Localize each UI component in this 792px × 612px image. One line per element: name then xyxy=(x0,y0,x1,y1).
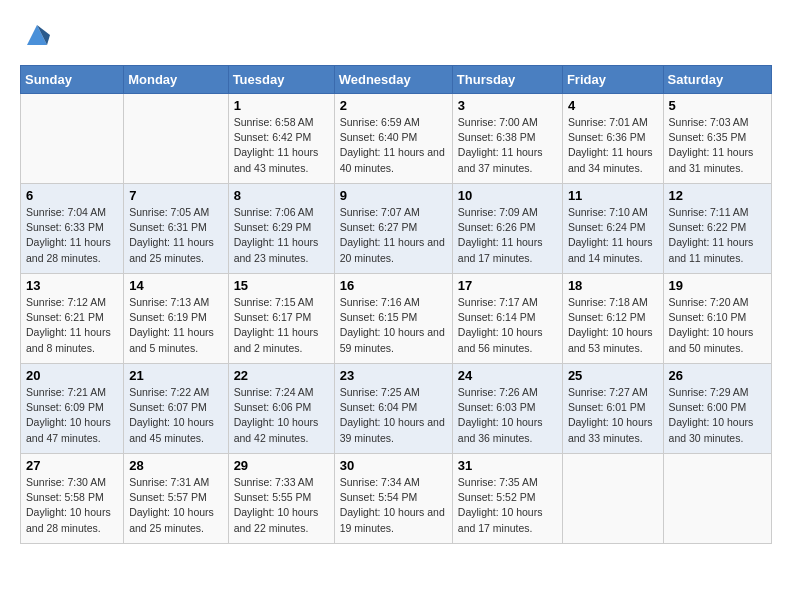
calendar-cell: 9Sunrise: 7:07 AM Sunset: 6:27 PM Daylig… xyxy=(334,184,452,274)
day-number: 16 xyxy=(340,278,447,293)
calendar-cell: 2Sunrise: 6:59 AM Sunset: 6:40 PM Daylig… xyxy=(334,94,452,184)
day-info: Sunrise: 7:33 AM Sunset: 5:55 PM Dayligh… xyxy=(234,475,329,536)
day-info: Sunrise: 7:00 AM Sunset: 6:38 PM Dayligh… xyxy=(458,115,557,176)
page-header xyxy=(20,20,772,55)
day-info: Sunrise: 7:13 AM Sunset: 6:19 PM Dayligh… xyxy=(129,295,222,356)
day-number: 5 xyxy=(669,98,766,113)
day-number: 4 xyxy=(568,98,658,113)
day-number: 20 xyxy=(26,368,118,383)
day-number: 23 xyxy=(340,368,447,383)
column-header-wednesday: Wednesday xyxy=(334,66,452,94)
column-header-saturday: Saturday xyxy=(663,66,771,94)
day-info: Sunrise: 7:05 AM Sunset: 6:31 PM Dayligh… xyxy=(129,205,222,266)
column-header-sunday: Sunday xyxy=(21,66,124,94)
calendar-cell: 16Sunrise: 7:16 AM Sunset: 6:15 PM Dayli… xyxy=(334,274,452,364)
calendar-cell: 29Sunrise: 7:33 AM Sunset: 5:55 PM Dayli… xyxy=(228,454,334,544)
logo xyxy=(20,20,52,55)
calendar-week-row: 20Sunrise: 7:21 AM Sunset: 6:09 PM Dayli… xyxy=(21,364,772,454)
day-number: 9 xyxy=(340,188,447,203)
calendar-cell: 7Sunrise: 7:05 AM Sunset: 6:31 PM Daylig… xyxy=(124,184,228,274)
day-info: Sunrise: 7:10 AM Sunset: 6:24 PM Dayligh… xyxy=(568,205,658,266)
calendar-cell: 18Sunrise: 7:18 AM Sunset: 6:12 PM Dayli… xyxy=(562,274,663,364)
day-number: 18 xyxy=(568,278,658,293)
day-info: Sunrise: 7:22 AM Sunset: 6:07 PM Dayligh… xyxy=(129,385,222,446)
calendar-cell: 5Sunrise: 7:03 AM Sunset: 6:35 PM Daylig… xyxy=(663,94,771,184)
calendar-cell: 17Sunrise: 7:17 AM Sunset: 6:14 PM Dayli… xyxy=(452,274,562,364)
calendar-cell: 10Sunrise: 7:09 AM Sunset: 6:26 PM Dayli… xyxy=(452,184,562,274)
calendar-week-row: 27Sunrise: 7:30 AM Sunset: 5:58 PM Dayli… xyxy=(21,454,772,544)
calendar-cell: 31Sunrise: 7:35 AM Sunset: 5:52 PM Dayli… xyxy=(452,454,562,544)
calendar-cell: 1Sunrise: 6:58 AM Sunset: 6:42 PM Daylig… xyxy=(228,94,334,184)
calendar-cell: 28Sunrise: 7:31 AM Sunset: 5:57 PM Dayli… xyxy=(124,454,228,544)
day-info: Sunrise: 7:16 AM Sunset: 6:15 PM Dayligh… xyxy=(340,295,447,356)
day-number: 17 xyxy=(458,278,557,293)
calendar-cell xyxy=(21,94,124,184)
day-info: Sunrise: 7:27 AM Sunset: 6:01 PM Dayligh… xyxy=(568,385,658,446)
day-number: 30 xyxy=(340,458,447,473)
calendar-cell: 8Sunrise: 7:06 AM Sunset: 6:29 PM Daylig… xyxy=(228,184,334,274)
day-number: 14 xyxy=(129,278,222,293)
day-number: 13 xyxy=(26,278,118,293)
day-info: Sunrise: 7:11 AM Sunset: 6:22 PM Dayligh… xyxy=(669,205,766,266)
column-header-tuesday: Tuesday xyxy=(228,66,334,94)
day-number: 3 xyxy=(458,98,557,113)
calendar-cell: 26Sunrise: 7:29 AM Sunset: 6:00 PM Dayli… xyxy=(663,364,771,454)
day-info: Sunrise: 7:24 AM Sunset: 6:06 PM Dayligh… xyxy=(234,385,329,446)
calendar-cell: 23Sunrise: 7:25 AM Sunset: 6:04 PM Dayli… xyxy=(334,364,452,454)
calendar-table: SundayMondayTuesdayWednesdayThursdayFrid… xyxy=(20,65,772,544)
calendar-cell: 14Sunrise: 7:13 AM Sunset: 6:19 PM Dayli… xyxy=(124,274,228,364)
day-info: Sunrise: 7:29 AM Sunset: 6:00 PM Dayligh… xyxy=(669,385,766,446)
day-number: 26 xyxy=(669,368,766,383)
calendar-week-row: 13Sunrise: 7:12 AM Sunset: 6:21 PM Dayli… xyxy=(21,274,772,364)
logo-icon xyxy=(22,20,52,50)
day-number: 6 xyxy=(26,188,118,203)
calendar-cell: 24Sunrise: 7:26 AM Sunset: 6:03 PM Dayli… xyxy=(452,364,562,454)
day-info: Sunrise: 7:06 AM Sunset: 6:29 PM Dayligh… xyxy=(234,205,329,266)
day-info: Sunrise: 7:09 AM Sunset: 6:26 PM Dayligh… xyxy=(458,205,557,266)
day-number: 1 xyxy=(234,98,329,113)
day-number: 21 xyxy=(129,368,222,383)
day-info: Sunrise: 7:17 AM Sunset: 6:14 PM Dayligh… xyxy=(458,295,557,356)
day-info: Sunrise: 7:30 AM Sunset: 5:58 PM Dayligh… xyxy=(26,475,118,536)
day-info: Sunrise: 7:01 AM Sunset: 6:36 PM Dayligh… xyxy=(568,115,658,176)
day-info: Sunrise: 7:04 AM Sunset: 6:33 PM Dayligh… xyxy=(26,205,118,266)
day-number: 29 xyxy=(234,458,329,473)
day-number: 10 xyxy=(458,188,557,203)
calendar-cell: 25Sunrise: 7:27 AM Sunset: 6:01 PM Dayli… xyxy=(562,364,663,454)
day-info: Sunrise: 7:34 AM Sunset: 5:54 PM Dayligh… xyxy=(340,475,447,536)
calendar-cell: 22Sunrise: 7:24 AM Sunset: 6:06 PM Dayli… xyxy=(228,364,334,454)
day-info: Sunrise: 7:18 AM Sunset: 6:12 PM Dayligh… xyxy=(568,295,658,356)
calendar-cell: 13Sunrise: 7:12 AM Sunset: 6:21 PM Dayli… xyxy=(21,274,124,364)
day-info: Sunrise: 7:20 AM Sunset: 6:10 PM Dayligh… xyxy=(669,295,766,356)
day-number: 28 xyxy=(129,458,222,473)
column-header-friday: Friday xyxy=(562,66,663,94)
column-header-monday: Monday xyxy=(124,66,228,94)
calendar-cell: 30Sunrise: 7:34 AM Sunset: 5:54 PM Dayli… xyxy=(334,454,452,544)
calendar-cell: 11Sunrise: 7:10 AM Sunset: 6:24 PM Dayli… xyxy=(562,184,663,274)
day-number: 27 xyxy=(26,458,118,473)
calendar-cell xyxy=(562,454,663,544)
calendar-cell: 4Sunrise: 7:01 AM Sunset: 6:36 PM Daylig… xyxy=(562,94,663,184)
day-number: 7 xyxy=(129,188,222,203)
calendar-cell: 6Sunrise: 7:04 AM Sunset: 6:33 PM Daylig… xyxy=(21,184,124,274)
calendar-cell: 27Sunrise: 7:30 AM Sunset: 5:58 PM Dayli… xyxy=(21,454,124,544)
day-number: 24 xyxy=(458,368,557,383)
day-info: Sunrise: 7:03 AM Sunset: 6:35 PM Dayligh… xyxy=(669,115,766,176)
calendar-cell xyxy=(663,454,771,544)
day-number: 15 xyxy=(234,278,329,293)
day-info: Sunrise: 7:35 AM Sunset: 5:52 PM Dayligh… xyxy=(458,475,557,536)
day-info: Sunrise: 7:21 AM Sunset: 6:09 PM Dayligh… xyxy=(26,385,118,446)
calendar-cell: 15Sunrise: 7:15 AM Sunset: 6:17 PM Dayli… xyxy=(228,274,334,364)
day-number: 22 xyxy=(234,368,329,383)
day-info: Sunrise: 7:31 AM Sunset: 5:57 PM Dayligh… xyxy=(129,475,222,536)
calendar-cell: 12Sunrise: 7:11 AM Sunset: 6:22 PM Dayli… xyxy=(663,184,771,274)
day-number: 8 xyxy=(234,188,329,203)
column-header-thursday: Thursday xyxy=(452,66,562,94)
day-number: 31 xyxy=(458,458,557,473)
day-info: Sunrise: 6:58 AM Sunset: 6:42 PM Dayligh… xyxy=(234,115,329,176)
day-info: Sunrise: 6:59 AM Sunset: 6:40 PM Dayligh… xyxy=(340,115,447,176)
day-info: Sunrise: 7:07 AM Sunset: 6:27 PM Dayligh… xyxy=(340,205,447,266)
day-number: 19 xyxy=(669,278,766,293)
calendar-cell: 19Sunrise: 7:20 AM Sunset: 6:10 PM Dayli… xyxy=(663,274,771,364)
day-number: 12 xyxy=(669,188,766,203)
